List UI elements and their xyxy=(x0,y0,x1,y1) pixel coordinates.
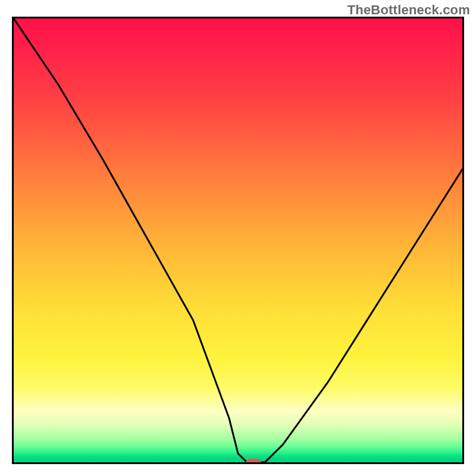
plot-area xyxy=(12,17,464,464)
optimal-point-marker xyxy=(246,459,261,464)
bottleneck-chart: TheBottleneck.com xyxy=(0,0,476,476)
watermark-text: TheBottleneck.com xyxy=(347,2,470,18)
bottleneck-curve xyxy=(14,18,462,462)
